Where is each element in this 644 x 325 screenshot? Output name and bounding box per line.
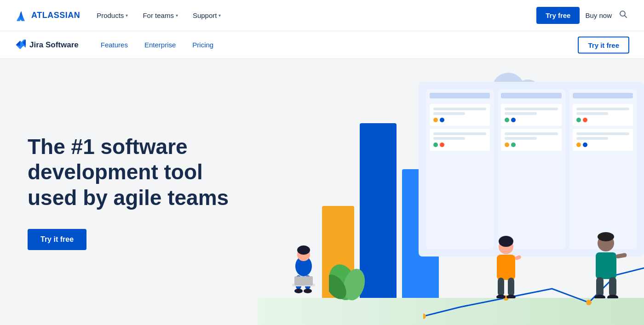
chevron-down-icon: ▾ xyxy=(218,13,221,18)
nav-links: Products ▾ For teams ▾ Support ▾ xyxy=(91,8,536,23)
dot xyxy=(583,143,587,147)
sec-nav-enterprise[interactable]: Enterprise xyxy=(137,37,183,52)
person-sitting-illustration xyxy=(283,243,324,300)
nav-support[interactable]: Support ▾ xyxy=(187,8,227,23)
person-pointing-illustration xyxy=(584,229,630,300)
svg-point-30 xyxy=(594,295,605,298)
search-button[interactable] xyxy=(617,8,629,23)
secondary-navigation: Jira Software Features Enterprise Pricin… xyxy=(0,31,644,59)
atlassian-logo-text: ATLASSIAN xyxy=(31,11,80,20)
hero-content: The #1 software development tool used by… xyxy=(0,97,258,287)
kanban-col-header xyxy=(573,93,633,98)
kanban-card xyxy=(573,129,633,151)
svg-point-23 xyxy=(506,295,516,298)
dot xyxy=(576,143,581,147)
svg-point-9 xyxy=(297,245,310,255)
svg-point-22 xyxy=(496,295,506,298)
svg-point-26 xyxy=(598,232,614,241)
nav-right: Try free Buy now xyxy=(536,7,629,24)
svg-rect-21 xyxy=(514,255,522,260)
hero-cta-button[interactable]: Try it free xyxy=(28,229,86,250)
dot xyxy=(433,143,438,147)
dot xyxy=(440,118,444,122)
foliage-illustration xyxy=(329,255,370,302)
kanban-col-3 xyxy=(569,89,637,249)
nav-for-teams[interactable]: For teams ▾ xyxy=(137,8,184,23)
hero-title: The #1 software development tool used by… xyxy=(28,134,230,211)
try-free-button[interactable]: Try free xyxy=(536,7,580,24)
svg-point-34 xyxy=(586,300,592,305)
jira-software-logo[interactable]: Jira Software xyxy=(15,40,79,51)
kanban-card xyxy=(430,129,490,151)
kanban-card xyxy=(430,104,490,126)
kanban-col-1 xyxy=(426,89,494,249)
sec-nav-pricing[interactable]: Pricing xyxy=(185,37,221,52)
atlassian-logo[interactable]: ATLASSIAN xyxy=(15,9,80,22)
hero-illustration xyxy=(258,59,644,325)
jira-logo-text: Jira Software xyxy=(29,40,79,50)
svg-rect-24 xyxy=(596,252,616,279)
svg-rect-28 xyxy=(609,277,616,296)
svg-point-18 xyxy=(499,236,513,247)
chevron-down-icon: ▾ xyxy=(176,13,178,18)
svg-rect-27 xyxy=(596,277,604,296)
kanban-card xyxy=(573,104,633,126)
secondary-links: Features Enterprise Pricing xyxy=(93,37,221,52)
buy-now-button[interactable]: Buy now xyxy=(585,11,612,19)
dot xyxy=(505,143,509,147)
svg-rect-13 xyxy=(294,276,313,285)
chevron-down-icon: ▾ xyxy=(126,13,128,18)
search-icon xyxy=(619,10,627,18)
kanban-col-header xyxy=(501,93,561,98)
dot xyxy=(583,118,587,122)
kanban-col-2 xyxy=(497,89,565,249)
svg-point-32 xyxy=(423,314,426,319)
person-standing-illustration xyxy=(488,234,524,300)
atlassian-logo-icon xyxy=(15,9,28,22)
svg-point-31 xyxy=(607,295,618,298)
hero-section: The #1 software development tool used by… xyxy=(0,59,644,325)
svg-point-14 xyxy=(294,289,303,293)
dot xyxy=(433,118,438,122)
svg-rect-19 xyxy=(498,278,504,296)
dot xyxy=(511,118,516,122)
svg-rect-29 xyxy=(615,253,627,259)
dot xyxy=(576,118,581,122)
kanban-card xyxy=(501,129,561,151)
kanban-col-header xyxy=(430,93,490,98)
jira-logo-icon xyxy=(15,40,26,51)
nav-products[interactable]: Products ▾ xyxy=(91,8,133,23)
top-navigation: ATLASSIAN Products ▾ For teams ▾ Support… xyxy=(0,0,644,31)
try-it-free-secondary-button[interactable]: Try it free xyxy=(578,36,629,53)
svg-line-1 xyxy=(625,16,627,18)
sec-nav-features[interactable]: Features xyxy=(93,37,135,52)
svg-rect-16 xyxy=(497,255,515,280)
svg-rect-20 xyxy=(508,278,514,296)
dot xyxy=(440,143,444,147)
dot xyxy=(511,143,516,147)
svg-point-15 xyxy=(304,289,312,293)
dot xyxy=(505,118,509,122)
kanban-card xyxy=(501,104,561,126)
